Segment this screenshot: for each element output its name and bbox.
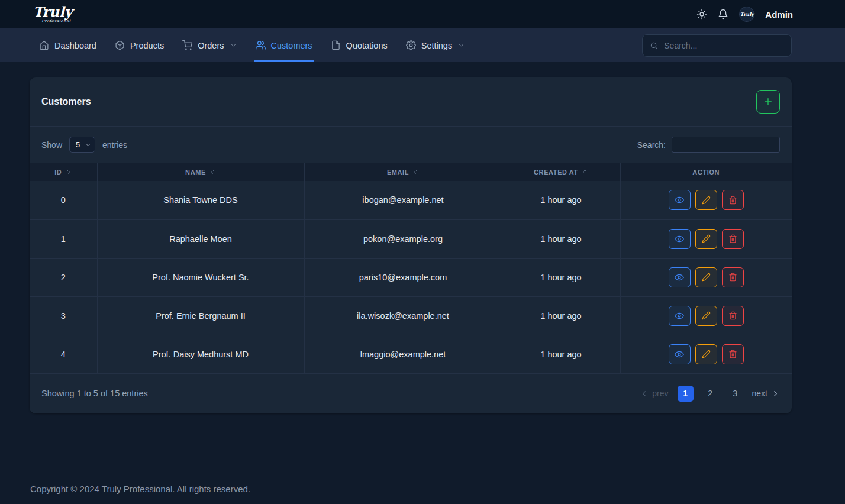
cell-actions — [620, 296, 792, 335]
next-label: next — [752, 389, 767, 398]
cell-created-at: 1 hour ago — [502, 296, 620, 335]
cell-created-at: 1 hour ago — [502, 258, 620, 296]
user-menu-label[interactable]: Admin — [765, 9, 793, 20]
trash-icon — [728, 311, 737, 320]
brand-logo[interactable]: Truly Professional — [33, 5, 72, 24]
pencil-icon — [702, 273, 711, 282]
column-header-email[interactable]: EMAIL — [304, 163, 502, 181]
pagination: prev 1 2 3 next — [640, 386, 780, 402]
column-label: CREATED AT — [534, 169, 578, 176]
plus-icon — [763, 96, 773, 107]
nav-label: Customers — [271, 41, 312, 50]
page-button-2[interactable]: 2 — [702, 386, 718, 402]
cell-name: Prof. Ernie Bergnaum II — [97, 296, 304, 335]
edit-button[interactable] — [695, 344, 717, 364]
sort-icon — [412, 169, 419, 175]
cell-actions — [620, 219, 792, 258]
topbar-actions: Truly Admin — [696, 7, 793, 22]
customers-table: ID NAME EMAIL CREATED AT ACTION 0 Shania… — [30, 163, 792, 374]
customers-card: Customers Show 5 entries Search: — [30, 77, 792, 413]
eye-icon — [675, 234, 684, 244]
nav-item-quotations[interactable]: Quotations — [330, 28, 389, 62]
cell-id: 4 — [30, 335, 97, 373]
cell-created-at: 1 hour ago — [502, 335, 620, 373]
column-header-created-at[interactable]: CREATED AT — [502, 163, 620, 181]
user-avatar[interactable]: Truly — [739, 7, 754, 22]
edit-button[interactable] — [695, 229, 717, 249]
view-button[interactable] — [669, 306, 691, 326]
view-button[interactable] — [669, 344, 691, 364]
add-customer-button[interactable] — [756, 90, 780, 114]
page-title: Customers — [41, 96, 91, 107]
delete-button[interactable] — [722, 306, 744, 326]
trash-icon — [728, 273, 737, 282]
pencil-icon — [702, 350, 711, 358]
column-header-action: ACTION — [620, 163, 792, 181]
cell-created-at: 1 hour ago — [502, 181, 620, 219]
table-search-label: Search: — [637, 140, 666, 150]
entries-label: entries — [102, 140, 127, 150]
global-search-input[interactable] — [664, 41, 784, 50]
entries-summary: Showing 1 to 5 of 15 entries — [41, 389, 148, 398]
cell-actions — [620, 335, 792, 373]
entries-per-page-select[interactable]: 5 — [69, 137, 95, 153]
brand-subtitle: Professional — [41, 19, 72, 24]
column-header-id[interactable]: ID — [30, 163, 97, 181]
products-icon — [115, 40, 125, 50]
cell-email: ila.wisozk@example.net — [304, 296, 502, 335]
nav-item-customers[interactable]: Customers — [254, 28, 314, 62]
delete-button[interactable] — [722, 229, 744, 249]
cell-email: paris10@example.com — [304, 258, 502, 296]
theme-toggle-icon[interactable] — [696, 9, 707, 20]
delete-button[interactable] — [722, 267, 744, 287]
prev-page-button[interactable]: prev — [640, 389, 668, 398]
view-button[interactable] — [669, 229, 691, 249]
edit-button[interactable] — [695, 190, 717, 210]
settings-icon — [406, 40, 416, 50]
eye-icon — [675, 350, 684, 359]
nav-item-products[interactable]: Products — [114, 28, 165, 62]
edit-button[interactable] — [695, 306, 717, 326]
pencil-icon — [702, 196, 711, 205]
cell-name: Shania Towne DDS — [97, 181, 304, 219]
column-header-name[interactable]: NAME — [97, 163, 304, 181]
prev-label: prev — [652, 389, 668, 398]
nav-item-orders[interactable]: Orders — [181, 28, 238, 62]
topbar: Truly Professional Truly Admin — [0, 0, 845, 28]
table-search-input[interactable] — [672, 137, 780, 153]
card-header: Customers — [30, 77, 792, 127]
delete-button[interactable] — [722, 344, 744, 364]
delete-button[interactable] — [722, 190, 744, 210]
main-content: Customers Show 5 entries Search: — [0, 62, 845, 484]
eye-icon — [675, 311, 684, 321]
cell-id: 2 — [30, 258, 97, 296]
edit-button[interactable] — [695, 267, 717, 287]
next-page-button[interactable]: next — [752, 389, 780, 398]
column-label: ID — [54, 169, 62, 176]
view-button[interactable] — [669, 190, 691, 210]
eye-icon — [675, 195, 684, 205]
cell-name: Prof. Daisy Medhurst MD — [97, 335, 304, 373]
trash-icon — [728, 196, 737, 205]
sort-icon — [209, 169, 216, 175]
chevron-down-icon — [457, 41, 465, 49]
chevron-right-icon — [771, 389, 780, 398]
view-button[interactable] — [669, 267, 691, 287]
entries-control: Show 5 entries — [41, 137, 127, 153]
notifications-icon[interactable] — [718, 9, 728, 20]
nav-item-dashboard[interactable]: Dashboard — [38, 28, 98, 62]
cell-id: 3 — [30, 296, 97, 335]
nav-item-settings[interactable]: Settings — [405, 28, 466, 62]
page-button-1[interactable]: 1 — [678, 386, 694, 402]
column-label: NAME — [185, 169, 206, 176]
eye-icon — [675, 273, 684, 282]
column-label: EMAIL — [387, 169, 409, 176]
copyright-text: Copyright © 2024 Truly Professional. All… — [30, 484, 250, 494]
cell-email: pokon@example.org — [304, 219, 502, 258]
page-button-3[interactable]: 3 — [727, 386, 743, 402]
pencil-icon — [702, 234, 711, 243]
main-navbar: Dashboard Products Orders Customers Quot… — [0, 28, 845, 62]
global-search — [642, 34, 792, 57]
nav-label: Orders — [198, 41, 224, 50]
table-row: 0 Shania Towne DDS ibogan@example.net 1 … — [30, 181, 792, 219]
